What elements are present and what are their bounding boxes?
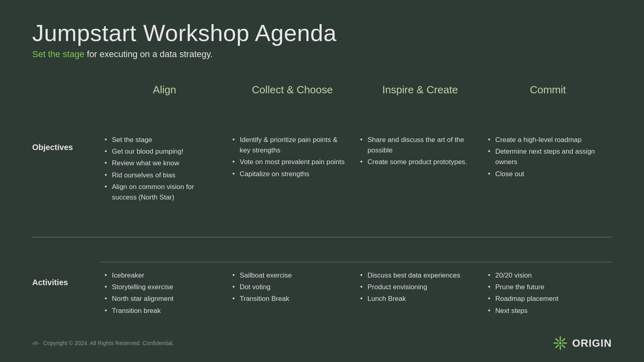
objectives-inspire-list: Share and discuss the art of the possibl… (360, 135, 476, 168)
activities-collect-list: Sailboat exerciseDot votingTransition Br… (233, 270, 349, 304)
objectives-label: Objectives (32, 131, 101, 237)
svg-rect-5 (561, 338, 566, 342)
list-item: 20/20 vision (488, 270, 604, 281)
divider-commit (484, 237, 612, 262)
origin-logo-text: ORIGIN (572, 337, 612, 350)
list-item: Rid ourselves of bias (105, 170, 221, 181)
list-item: Share and discuss the art of the possibl… (360, 135, 476, 156)
main-title: Jumpstart Workshop Agenda (32, 20, 612, 46)
list-item: Prune the future (488, 282, 604, 292)
list-item: Transition break (105, 306, 221, 316)
activities-collect: Sailboat exerciseDot votingTransition Br… (229, 262, 357, 346)
activities-label: Activities (32, 262, 101, 346)
empty-corner-cell (32, 76, 101, 131)
list-item: Icebreaker (105, 270, 221, 281)
divider-inspire (356, 237, 484, 262)
list-item: Vote on most prevalent pain points (233, 157, 349, 167)
activities-inspire: Discuss best data experiencesProduct env… (356, 262, 484, 346)
list-item: Get our blood pumping! (105, 146, 221, 157)
list-item: Close out (488, 169, 604, 179)
col-header-commit: Commit (484, 76, 612, 131)
list-item: Determine next steps and assign owners (488, 146, 604, 168)
origin-logo: ORIGIN (551, 334, 612, 352)
objectives-collect: Identify & prioritize pain points & key … (229, 131, 357, 237)
list-item: Roadmap placement (488, 294, 604, 304)
content-grid: Align Collect & Choose Inspire & Create … (32, 76, 612, 346)
list-item: Product envisioning (360, 282, 476, 292)
footer: ‹#› Copyright © 2024. All Rights Reserve… (32, 334, 612, 352)
col-header-inspire: Inspire & Create (356, 76, 484, 131)
list-item: Transition Break (233, 294, 349, 304)
list-item: Create a high-level roadmap (488, 135, 604, 145)
list-item: Review what we know (105, 158, 221, 169)
svg-rect-3 (553, 343, 558, 344)
subtitle-highlight: Set the stage (32, 49, 85, 59)
objectives-commit: Create a high-level roadmapDetermine nex… (484, 131, 612, 237)
list-item: Set the stage (105, 135, 221, 145)
list-item: Create some product prototypes. (360, 157, 476, 167)
slide: Jumpstart Workshop Agenda Set the stage … (0, 0, 644, 362)
col-header-collect: Collect & Choose (229, 76, 357, 131)
col-header-align: Align (101, 76, 229, 131)
objectives-align-list: Set the stageGet our blood pumping!Revie… (105, 135, 221, 203)
activities-inspire-list: Discuss best data experiencesProduct env… (360, 270, 476, 304)
activities-align-list: IcebreakerStorytelling exerciseNorth sta… (105, 270, 221, 316)
slide-header: Jumpstart Workshop Agenda Set the stage … (32, 20, 612, 60)
list-item: Next steps (488, 306, 604, 316)
objectives-inspire: Share and discuss the art of the possibl… (356, 131, 484, 237)
svg-rect-2 (559, 345, 561, 350)
list-item: Identify & prioritize pain points & key … (233, 135, 349, 156)
list-item: Discuss best data experiences (360, 270, 476, 281)
list-item: Sailboat exercise (233, 270, 349, 281)
slide-number: ‹#› (32, 340, 39, 346)
svg-rect-8 (561, 344, 566, 348)
list-item: Lunch Break (360, 294, 476, 304)
activities-commit: 20/20 visionPrune the futureRoadmap plac… (484, 262, 612, 346)
list-item: Dot voting (233, 282, 349, 292)
objectives-collect-list: Identify & prioritize pain points & key … (233, 135, 349, 179)
copyright-text: Copyright © 2024. All Rights Reserved. C… (43, 340, 174, 346)
divider-label (32, 237, 101, 262)
divider-collect (229, 237, 357, 262)
svg-rect-7 (555, 338, 559, 342)
activities-align: IcebreakerStorytelling exerciseNorth sta… (101, 262, 229, 346)
objectives-commit-list: Create a high-level roadmapDetermine nex… (488, 135, 604, 179)
objectives-align: Set the stageGet our blood pumping!Revie… (101, 131, 229, 237)
subtitle: Set the stage for executing on a data st… (32, 49, 612, 60)
list-item: Align on common vision for success (Nort… (105, 182, 221, 203)
svg-point-0 (559, 342, 561, 344)
subtitle-rest: for executing on a data strategy. (85, 49, 213, 59)
svg-rect-6 (555, 344, 559, 348)
footer-left: ‹#› Copyright © 2024. All Rights Reserve… (32, 340, 174, 346)
svg-rect-4 (562, 343, 567, 344)
list-item: Storytelling exercise (105, 282, 221, 292)
divider-align (101, 237, 229, 262)
list-item: Capitalize on strengths (233, 169, 349, 179)
list-item: North star alignment (105, 294, 221, 304)
activities-commit-list: 20/20 visionPrune the futureRoadmap plac… (488, 270, 604, 316)
origin-logo-icon (551, 334, 569, 352)
svg-rect-1 (559, 336, 561, 341)
